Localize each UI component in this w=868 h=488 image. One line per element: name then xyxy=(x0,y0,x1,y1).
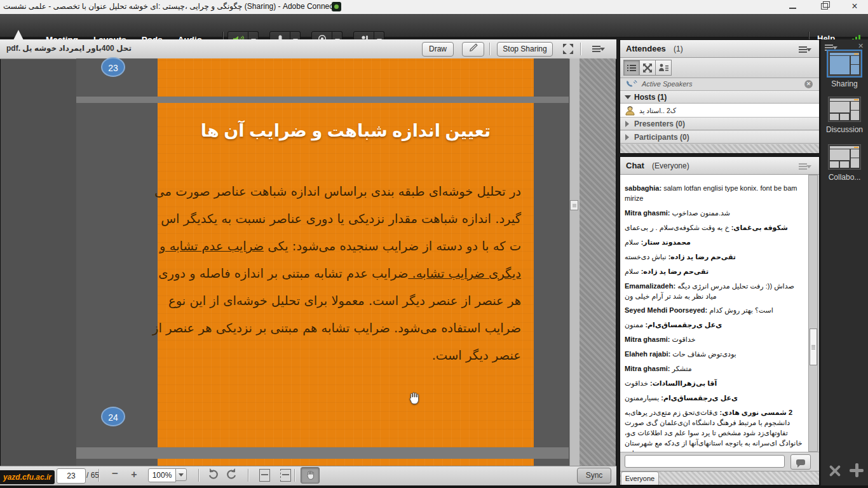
chat-sender-name: Mitra ghasmi: xyxy=(625,209,670,217)
hand-cursor-icon xyxy=(407,391,421,406)
chat-message: 2 شمسی نوری هادی: ی‌قات‌ی‌تحق زم متع‌ی‌د… xyxy=(625,408,803,452)
window-title: چگونگی و چرایی ،چیستی :ای خوشه تحلیل عنو… xyxy=(3,2,336,11)
slide-body: در تحلیل خوشه‌ای طبقه بندی براساس اندازه… xyxy=(172,178,521,369)
chat-message: تقی‌حم رضا ید زاده: نباش دی‌خسته xyxy=(625,252,803,262)
zoom-level-value[interactable]: 100% xyxy=(148,468,176,482)
chat-message: Emamalizadeh: صداش ((: رفت تحلیل مدرس ان… xyxy=(625,281,803,302)
toolbar-divider xyxy=(98,469,99,482)
chat-sender-name: تقی‌حم رضا ید زاده: xyxy=(641,268,709,275)
chat-pod-menu-icon[interactable] xyxy=(799,162,811,171)
layout-label[interactable]: Sharing xyxy=(821,79,868,88)
slide-text-line: ت که با دو دسته از ضرایب سنجیده می‌شود: … xyxy=(172,233,521,260)
fit-width-icon[interactable] xyxy=(259,469,270,482)
slide-text-line: عنصر دیگر است. xyxy=(172,342,521,369)
slide-text-line: دیگری ضرایب تشابه. ضرایب عدم تشابه مبتنی… xyxy=(172,260,521,287)
share-pod-menu-icon[interactable] xyxy=(592,44,605,53)
layout-label[interactable]: Discussion xyxy=(821,125,868,134)
draw-button[interactable]: Draw xyxy=(422,42,454,57)
expand-triangle-icon xyxy=(625,134,629,140)
chat-message: ی‌عل ی‌رجقمساق‌ی‌ام: ممنون xyxy=(625,320,803,330)
active-speakers-label: Active Speakers xyxy=(642,80,692,88)
adobe-connect-app-icon xyxy=(332,2,341,11)
chat-sender-name: Mitra ghasmi: xyxy=(625,336,670,343)
chat-sender-name: Mitra ghasmi: xyxy=(625,365,670,372)
watermark: yazd.cfu.ac.ir xyxy=(0,470,55,484)
chat-scrollbar-thumb[interactable] xyxy=(810,329,817,365)
zoom-out-button[interactable]: − xyxy=(108,468,122,481)
chat-scope: (Everyone) xyxy=(652,161,689,170)
chat-message: Mitra ghasmi: خداقوت xyxy=(625,335,803,345)
person-status-icon xyxy=(659,64,668,72)
host-attendee-row[interactable]: ک2 ..استاد ید xyxy=(620,104,819,118)
presenters-group-row[interactable]: Presenters (0) xyxy=(620,118,819,130)
pan-tool-button[interactable] xyxy=(301,467,320,484)
add-layout-icon[interactable] xyxy=(850,463,864,477)
toolbar-divider xyxy=(198,469,199,482)
attendees-pod-menu-icon[interactable] xyxy=(799,45,811,54)
toolbar-divider xyxy=(248,469,248,482)
list-view-icon xyxy=(627,64,636,72)
slide-text-line: گیرد. اندازه شباهت مقدار نزدیکی یا دوری … xyxy=(172,205,521,233)
layout-thumbnail-collabo[interactable] xyxy=(828,144,861,170)
layout-thumbnail-discussion[interactable] xyxy=(828,97,861,122)
tab-everyone[interactable]: Everyone xyxy=(621,471,659,485)
expand-triangle-icon xyxy=(625,121,629,127)
slide-title: تعیین اندازه شباهت و ضرایب آن ها xyxy=(158,121,534,141)
document-scrollbar[interactable] xyxy=(569,58,580,466)
zoom-in-button[interactable]: + xyxy=(127,468,141,481)
participants-label: Participants (0) xyxy=(634,133,689,142)
fullscreen-icon[interactable] xyxy=(562,43,574,55)
pointer-tool-button[interactable] xyxy=(462,42,484,57)
layouts-close-icon[interactable]: ✕ xyxy=(858,42,864,50)
chat-message: آقا بی‌زهراالسادات: خداقوت xyxy=(625,379,803,389)
chat-pod: Chat (Everyone) sabbaghia: salam lotfan … xyxy=(620,156,820,485)
collapse-triangle-icon xyxy=(625,95,631,99)
breakout-view-button[interactable] xyxy=(639,60,656,76)
attendee-status-view-button[interactable] xyxy=(655,60,672,76)
chat-message: شکوفه بی‌غمای: خ به وقت شکوفه‌ی‌سلام . ر… xyxy=(625,223,803,233)
page-number-badge: 23 xyxy=(101,57,125,77)
attendee-list-view-button[interactable] xyxy=(623,60,640,76)
manage-layouts-icon[interactable] xyxy=(828,464,841,477)
slide-text-line: در تحلیل خوشه‌ای طبقه بندی براساس اندازه… xyxy=(172,178,521,205)
rotate-left-icon[interactable] xyxy=(207,467,221,481)
chat-message: ی‌عل ی‌رجقمساق‌ی‌ام: بسیارممنون xyxy=(625,393,803,403)
chat-message: Mitra ghasmi: شد.ممنون صداخوب xyxy=(625,208,803,219)
chat-sender-name: sabbaghia: xyxy=(625,184,661,192)
chat-sender-name: Seyed Mehdi Poorseyed: xyxy=(625,306,707,314)
dismiss-icon[interactable]: ✕ xyxy=(804,80,813,88)
sync-button[interactable]: Sync xyxy=(577,468,611,484)
hosts-label: Hosts (1) xyxy=(634,93,667,102)
document-scrollbar-thumb[interactable] xyxy=(570,200,578,210)
chat-message-input[interactable] xyxy=(625,455,785,468)
layout-label[interactable]: Collabo... xyxy=(821,173,868,182)
send-message-button[interactable] xyxy=(790,454,811,470)
pod-empty-area xyxy=(580,58,616,466)
chat-message: sabbaghia: salam lotfan englisi type kon… xyxy=(625,184,803,204)
chat-scrollbar[interactable] xyxy=(808,175,818,452)
share-header-divider xyxy=(489,43,490,55)
pod-resize-strip[interactable] xyxy=(620,144,819,153)
restore-button[interactable] xyxy=(815,0,834,13)
pencil-icon xyxy=(468,43,478,52)
chat-message: تقی‌حم رضا ید زاده: سلام xyxy=(625,267,803,277)
attendees-title: Attendees xyxy=(626,44,666,53)
participants-group-row[interactable]: Participants (0) xyxy=(620,131,819,144)
page-number-input[interactable] xyxy=(57,468,86,484)
stop-sharing-button[interactable]: Stop Sharing xyxy=(497,42,553,57)
fit-page-icon[interactable] xyxy=(280,469,291,482)
page-number-badge: 24 xyxy=(101,407,125,426)
chat-sender-name: Emamalizadeh: xyxy=(625,282,675,290)
share-header-divider2 xyxy=(580,43,581,55)
rotate-right-icon[interactable] xyxy=(225,467,239,481)
minimize-button[interactable] xyxy=(783,0,802,13)
shared-document-title: pdf. تحل 400باور ایمرداد خوشه یل xyxy=(6,44,132,53)
attendees-pod: Attendees (1) Active Speakers ✕ Hosts (1… xyxy=(620,39,820,154)
zoom-dropdown[interactable] xyxy=(175,468,187,481)
chat-tab-bar: Everyone xyxy=(620,471,819,485)
close-button[interactable]: × xyxy=(845,0,864,13)
chat-sender-name: محمدوند ستار: xyxy=(641,238,691,246)
hosts-group-row[interactable]: Hosts (1) xyxy=(620,91,819,104)
layout-thumbnail-sharing[interactable] xyxy=(828,51,861,76)
adobe-connect-window: چگونگی و چرایی ،چیستی :ای خوشه تحلیل عنو… xyxy=(0,0,868,488)
